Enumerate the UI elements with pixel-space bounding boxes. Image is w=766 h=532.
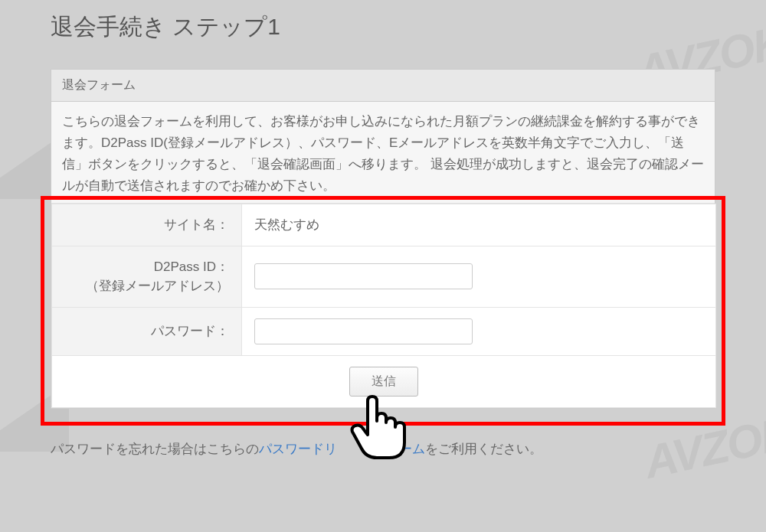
panel-description: こちらの退会フォームを利用して、お客様がお申し込みになられた月額プランの継続課金… xyxy=(51,102,715,204)
password-reset-link[interactable]: パスワードリ フォーム xyxy=(259,442,425,456)
footer-after: をご利用ください。 xyxy=(425,442,542,456)
form-panel: 退会フォーム こちらの退会フォームを利用して、お客様がお申し込みになられた月額プ… xyxy=(51,69,715,409)
d2pass-id-input[interactable] xyxy=(254,263,473,289)
label-site-name: サイト名： xyxy=(52,204,242,246)
label-password: パスワード： xyxy=(52,307,242,355)
label-d2pass-line1: D2Pass ID： xyxy=(154,259,229,274)
panel-header: 退会フォーム xyxy=(51,70,715,102)
password-input[interactable] xyxy=(254,318,473,344)
row-site-name: サイト名： 天然むすめ xyxy=(52,204,716,246)
page-title: 退会手続き ステップ1 xyxy=(51,11,280,43)
value-site-name: 天然むすめ xyxy=(242,204,716,246)
footer-before: パスワードを忘れた場合はこちらの xyxy=(51,442,259,456)
label-d2pass-id: D2Pass ID： （登録メールアドレス） xyxy=(52,246,242,307)
row-submit: 送信 xyxy=(52,355,716,407)
form-table: サイト名： 天然むすめ D2Pass ID： （登録メールアドレス） パスワード… xyxy=(51,204,716,408)
watermark-text: AVZOK xyxy=(640,406,766,488)
label-d2pass-line2: （登録メールアドレス） xyxy=(86,279,229,293)
submit-button[interactable]: 送信 xyxy=(349,367,418,397)
row-d2pass-id: D2Pass ID： （登録メールアドレス） xyxy=(52,246,716,307)
footer-text: パスワードを忘れた場合はこちらのパスワードリ フォームをご利用ください。 xyxy=(51,440,542,458)
row-password: パスワード： xyxy=(52,307,716,355)
